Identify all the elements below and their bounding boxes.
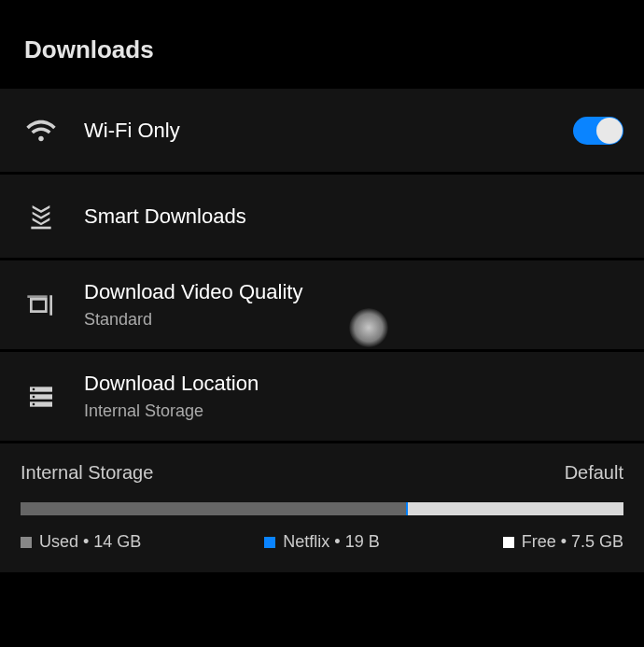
swatch-netflix: [264, 537, 275, 548]
legend-used: Used • 14 GB: [21, 532, 141, 552]
storage-title: Internal Storage: [21, 462, 153, 484]
svg-point-4: [33, 387, 35, 390]
svg-point-5: [33, 395, 35, 398]
storage-summary: Internal Storage Default Used • 14 GB Ne…: [0, 443, 644, 572]
bar-segment-used: [21, 502, 406, 515]
row-wifi-only[interactable]: Wi-Fi Only: [0, 89, 644, 175]
row-download-quality[interactable]: Download Video Quality Standard: [0, 260, 644, 352]
svg-point-6: [33, 402, 35, 405]
svg-rect-0: [31, 226, 50, 229]
bar-segment-free: [408, 502, 623, 515]
legend-free: Free • 7.5 GB: [503, 532, 623, 552]
video-quality-icon: [21, 285, 62, 326]
legend-free-text: Free • 7.5 GB: [522, 532, 623, 552]
legend-netflix-text: Netflix • 19 B: [283, 532, 379, 552]
legend-used-text: Used • 14 GB: [39, 532, 141, 552]
label-download-quality: Download Video Quality: [84, 280, 623, 304]
storage-bar: [21, 502, 623, 515]
swatch-free: [503, 537, 514, 548]
toggle-wifi-only[interactable]: [573, 117, 623, 145]
value-download-quality: Standard: [84, 310, 623, 330]
legend-netflix: Netflix • 19 B: [264, 532, 379, 552]
label-smart-downloads: Smart Downloads: [84, 204, 623, 229]
smart-download-icon: [21, 196, 62, 237]
toggle-knob: [596, 118, 623, 144]
wifi-icon: [21, 110, 62, 151]
label-download-location: Download Location: [84, 372, 623, 396]
section-header-downloads: Downloads: [0, 0, 644, 89]
row-smart-downloads[interactable]: Smart Downloads: [0, 175, 644, 260]
label-wifi-only: Wi-Fi Only: [84, 119, 573, 143]
row-download-location[interactable]: Download Location Internal Storage: [0, 352, 644, 443]
value-download-location: Internal Storage: [84, 401, 623, 421]
storage-badge-default: Default: [565, 462, 623, 484]
swatch-used: [21, 537, 32, 548]
storage-icon: [21, 376, 62, 417]
